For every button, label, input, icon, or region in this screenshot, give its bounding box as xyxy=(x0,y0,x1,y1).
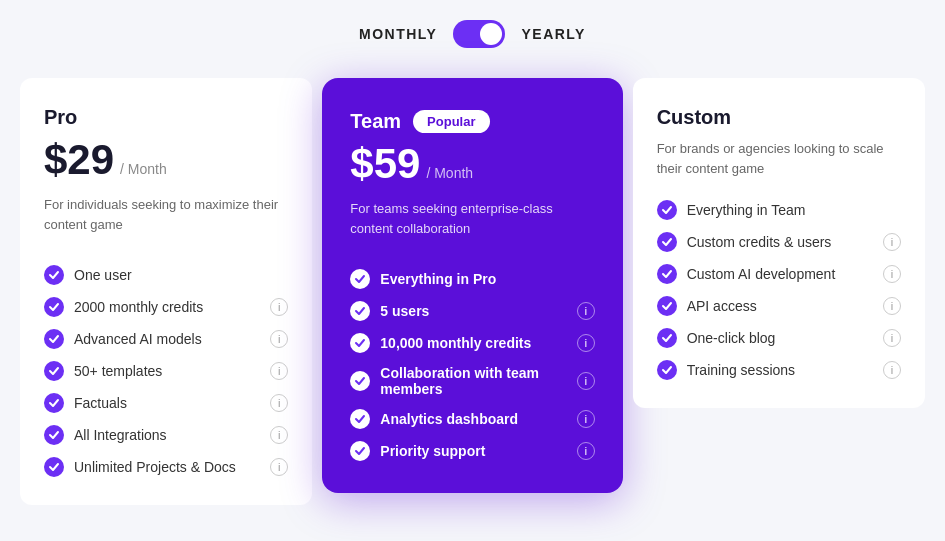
feature-left: 5 users xyxy=(350,301,429,321)
pro-feature-list: One user 2000 monthly credits i Advanc xyxy=(44,265,288,477)
check-icon xyxy=(44,329,64,349)
info-icon[interactable]: i xyxy=(270,330,288,348)
feature-left: One user xyxy=(44,265,132,285)
list-item: Collaboration with team members i xyxy=(350,365,594,397)
feature-text: Unlimited Projects & Docs xyxy=(74,459,236,475)
feature-text: 2000 monthly credits xyxy=(74,299,203,315)
list-item: Priority support i xyxy=(350,441,594,461)
pro-description: For individuals seeking to maximize thei… xyxy=(44,195,288,243)
check-icon xyxy=(657,232,677,252)
feature-left: Factuals xyxy=(44,393,127,413)
feature-text: Factuals xyxy=(74,395,127,411)
check-icon xyxy=(657,264,677,284)
list-item: 10,000 monthly credits i xyxy=(350,333,594,353)
check-icon xyxy=(350,301,370,321)
feature-left: Collaboration with team members xyxy=(350,365,576,397)
list-item: 5 users i xyxy=(350,301,594,321)
check-icon xyxy=(657,328,677,348)
list-item: Unlimited Projects & Docs i xyxy=(44,457,288,477)
billing-toggle: MONTHLY YEARLY xyxy=(359,0,586,78)
feature-text: One user xyxy=(74,267,132,283)
feature-left: One-click blog xyxy=(657,328,776,348)
pro-price: $29 xyxy=(44,139,114,181)
monthly-label: MONTHLY xyxy=(359,26,437,42)
feature-left: Everything in Pro xyxy=(350,269,496,289)
custom-plan-card: Custom For brands or agencies looking to… xyxy=(633,78,925,408)
list-item: Everything in Team xyxy=(657,200,901,220)
feature-left: Custom credits & users xyxy=(657,232,832,252)
info-icon[interactable]: i xyxy=(883,233,901,251)
feature-text: 5 users xyxy=(380,303,429,319)
check-icon xyxy=(657,360,677,380)
feature-left: Everything in Team xyxy=(657,200,806,220)
feature-text: API access xyxy=(687,298,757,314)
info-icon[interactable]: i xyxy=(270,426,288,444)
list-item: Everything in Pro xyxy=(350,269,594,289)
info-icon[interactable]: i xyxy=(270,298,288,316)
info-icon[interactable]: i xyxy=(883,361,901,379)
list-item: One-click blog i xyxy=(657,328,901,348)
custom-feature-list: Everything in Team Custom credits & user… xyxy=(657,200,901,380)
list-item: 2000 monthly credits i xyxy=(44,297,288,317)
custom-plan-name: Custom xyxy=(657,106,901,129)
check-icon xyxy=(350,269,370,289)
pro-period: / Month xyxy=(120,161,167,177)
team-feature-list: Everything in Pro 5 users i 10,000 mon xyxy=(350,269,594,461)
list-item: API access i xyxy=(657,296,901,316)
feature-text: Everything in Pro xyxy=(380,271,496,287)
feature-text: Training sessions xyxy=(687,362,795,378)
yearly-label: YEARLY xyxy=(521,26,586,42)
feature-left: Priority support xyxy=(350,441,485,461)
info-icon[interactable]: i xyxy=(883,297,901,315)
popular-badge: Popular xyxy=(413,110,489,133)
team-price: $59 xyxy=(350,143,420,185)
info-icon[interactable]: i xyxy=(270,362,288,380)
check-icon xyxy=(350,441,370,461)
feature-left: 10,000 monthly credits xyxy=(350,333,531,353)
billing-switch[interactable] xyxy=(453,20,505,48)
feature-left: Unlimited Projects & Docs xyxy=(44,457,236,477)
check-icon xyxy=(350,333,370,353)
check-icon xyxy=(44,457,64,477)
list-item: All Integrations i xyxy=(44,425,288,445)
check-icon xyxy=(44,297,64,317)
feature-left: API access xyxy=(657,296,757,316)
feature-text: 50+ templates xyxy=(74,363,162,379)
feature-text: Collaboration with team members xyxy=(380,365,576,397)
info-icon[interactable]: i xyxy=(883,265,901,283)
info-icon[interactable]: i xyxy=(577,372,595,390)
feature-left: All Integrations xyxy=(44,425,167,445)
feature-text: All Integrations xyxy=(74,427,167,443)
feature-left: Analytics dashboard xyxy=(350,409,518,429)
info-icon[interactable]: i xyxy=(270,458,288,476)
feature-text: Custom credits & users xyxy=(687,234,832,250)
custom-description: For brands or agencies looking to scale … xyxy=(657,139,901,178)
info-icon[interactable]: i xyxy=(577,410,595,428)
check-icon xyxy=(350,371,370,391)
check-icon xyxy=(44,265,64,285)
pro-price-row: $29 / Month xyxy=(44,139,288,181)
info-icon[interactable]: i xyxy=(270,394,288,412)
feature-text: Advanced AI models xyxy=(74,331,202,347)
list-item: Advanced AI models i xyxy=(44,329,288,349)
info-icon[interactable]: i xyxy=(577,442,595,460)
list-item: Factuals i xyxy=(44,393,288,413)
team-period: / Month xyxy=(426,165,473,181)
check-icon xyxy=(657,296,677,316)
info-icon[interactable]: i xyxy=(577,302,595,320)
check-icon xyxy=(350,409,370,429)
info-icon[interactable]: i xyxy=(883,329,901,347)
feature-text: Custom AI development xyxy=(687,266,836,282)
feature-left: Advanced AI models xyxy=(44,329,202,349)
team-plan-card: Team Popular $59 / Month For teams seeki… xyxy=(322,78,622,493)
info-icon[interactable]: i xyxy=(577,334,595,352)
feature-left: Training sessions xyxy=(657,360,795,380)
team-plan-name: Team Popular xyxy=(350,110,594,133)
feature-left: Custom AI development xyxy=(657,264,836,284)
pro-plan-card: Pro $29 / Month For individuals seeking … xyxy=(20,78,312,505)
list-item: Custom AI development i xyxy=(657,264,901,284)
feature-text: 10,000 monthly credits xyxy=(380,335,531,351)
feature-text: Priority support xyxy=(380,443,485,459)
feature-text: One-click blog xyxy=(687,330,776,346)
feature-text: Everything in Team xyxy=(687,202,806,218)
